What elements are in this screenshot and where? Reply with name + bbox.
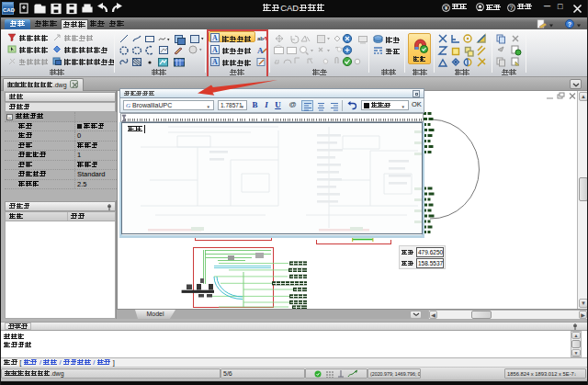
svg-text:?: ? [568,21,571,28]
